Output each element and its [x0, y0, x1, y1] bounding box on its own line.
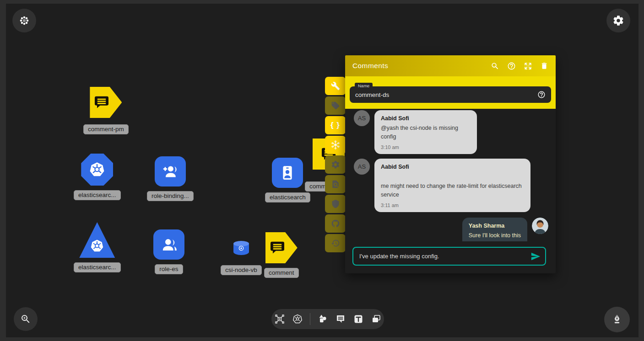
- node-label: comment-pm: [83, 124, 129, 134]
- name-field[interactable]: Name: [350, 86, 551, 103]
- message-bubble: Yash Sharma Sure I'll look into this 3:2…: [462, 218, 527, 242]
- node-action-toolbar: { }: [325, 77, 346, 254]
- pen-tool-button[interactable]: [604, 307, 630, 332]
- shield-icon: [331, 199, 340, 208]
- wrench-tool-button[interactable]: [325, 77, 346, 95]
- chat-input-row: [352, 247, 546, 266]
- braces-tool-button[interactable]: { }: [325, 116, 346, 134]
- github-tool-button[interactable]: [325, 214, 346, 233]
- node-role-es[interactable]: role-es: [153, 229, 184, 274]
- tag-icon: [331, 101, 340, 110]
- add-people-icon: [161, 162, 180, 181]
- node-comment[interactable]: comment: [264, 232, 299, 278]
- node-elasticsearch-config[interactable]: elasticsearc...: [74, 154, 121, 200]
- image-tool-button[interactable]: [371, 314, 382, 325]
- help-icon[interactable]: [507, 62, 516, 70]
- message-time: 3:11 am: [381, 202, 524, 208]
- pen-nib-icon: [611, 313, 623, 326]
- node-label: csi-node-vb: [221, 265, 262, 275]
- speech-bubble-icon: [92, 93, 111, 112]
- send-icon[interactable]: [530, 251, 541, 261]
- message-text: me might need to change the rate-limit f…: [381, 182, 524, 200]
- kubernetes-icon: [238, 245, 244, 251]
- node-label: role-es: [155, 264, 183, 274]
- message: AS Aabid Sofi @yash the csi-node is miss…: [354, 110, 548, 154]
- gear-icon: [612, 15, 624, 27]
- mesh-hub-icon: [330, 140, 341, 150]
- flower-icon: [18, 15, 30, 27]
- image-tool-icon: [371, 314, 382, 325]
- node-comment-pm[interactable]: comment-pm: [83, 87, 129, 134]
- name-field-section: Name: [345, 76, 556, 109]
- file-search-tool-button[interactable]: [325, 175, 346, 193]
- text-tool-button[interactable]: [353, 314, 364, 325]
- message-author: Aabid Sofi: [381, 164, 524, 170]
- text-tool-icon: [353, 314, 364, 325]
- node-label: role-binding...: [147, 191, 194, 201]
- braces-icon: { }: [330, 121, 340, 130]
- design-canvas[interactable]: comment-pm elasticsearc... role-binding.…: [6, 4, 639, 337]
- message-text: @yash the csi-node is missing config: [381, 124, 471, 142]
- speech-bubble-icon: [268, 239, 287, 257]
- node-label: elasticsearch: [265, 192, 310, 202]
- kubernetes-node-shape: [81, 154, 113, 186]
- comments-panel: Comments Name AS Aabid Sofi @yash the cs…: [345, 55, 556, 273]
- field-help-icon[interactable]: [537, 91, 546, 99]
- name-input[interactable]: [355, 91, 537, 98]
- name-field-label: Name: [355, 83, 373, 89]
- avatar: AS: [354, 110, 370, 126]
- shapes-icon: [317, 314, 328, 325]
- role-node-shape: [153, 229, 184, 260]
- message-bubble: Aabid Sofi @yash the csi-node is missing…: [374, 110, 477, 154]
- avatar: AS: [354, 159, 370, 175]
- node-label: comment: [264, 268, 299, 278]
- comment-tool-icon: [335, 314, 346, 325]
- comment-node-shape: [90, 87, 122, 118]
- panel-title: Comments: [352, 62, 491, 70]
- comment-tool-button[interactable]: [335, 314, 346, 325]
- mesh-hub-tool-button[interactable]: [325, 136, 346, 154]
- kubernetes-icon: [89, 238, 105, 254]
- settings-tool-button[interactable]: [325, 155, 346, 174]
- comment-node-shape: [265, 232, 298, 263]
- message: Yash Sharma Sure I'll look into this 3:2…: [354, 218, 548, 242]
- badge-node-shape: [272, 158, 303, 188]
- history-tool-button[interactable]: [325, 234, 346, 252]
- shield-tool-button[interactable]: [325, 195, 346, 213]
- github-icon: [331, 219, 340, 228]
- cylinder-node-shape: [233, 241, 249, 255]
- tag-tool-button[interactable]: [325, 96, 346, 115]
- kubernetes-triangle-shape: [79, 222, 115, 258]
- canvas-tools-toolbar: [271, 309, 384, 329]
- id-badge-icon: [278, 163, 297, 182]
- search-icon[interactable]: [491, 62, 499, 70]
- message-time: 3:10 am: [381, 144, 471, 150]
- components-icon: [274, 314, 285, 325]
- app-menu-button[interactable]: [12, 9, 36, 32]
- node-role-binding[interactable]: role-binding...: [147, 156, 194, 201]
- message-text: Sure I'll look into this: [469, 231, 521, 240]
- people-icon: [159, 235, 179, 254]
- app-window: comment-pm elasticsearc... role-binding.…: [0, 0, 644, 341]
- toolbar-divider: [310, 313, 310, 325]
- message-author: Yash Sharma: [469, 223, 521, 229]
- wrench-icon: [331, 81, 340, 91]
- components-tool-button[interactable]: [274, 314, 285, 325]
- node-csi-node-vb[interactable]: csi-node-vb: [221, 241, 262, 275]
- kubernetes-tool-button[interactable]: [292, 314, 303, 325]
- expand-icon[interactable]: [524, 62, 532, 70]
- zoom-button[interactable]: [14, 307, 38, 331]
- node-elasticsearch-account[interactable]: elasticsearch: [265, 158, 310, 202]
- comments-panel-header[interactable]: Comments: [345, 55, 556, 76]
- kubernetes-icon: [292, 314, 303, 325]
- message-bubble: Aabid Sofi me might need to change the r…: [374, 159, 530, 212]
- message-list[interactable]: AS Aabid Sofi @yash the csi-node is miss…: [345, 107, 556, 241]
- trash-icon[interactable]: [540, 62, 548, 70]
- yash-avatar: [532, 218, 548, 234]
- settings-button[interactable]: [606, 9, 630, 32]
- shapes-tool-button[interactable]: [317, 314, 328, 325]
- zoom-in-icon: [20, 314, 31, 325]
- chat-input[interactable]: [359, 253, 530, 260]
- node-elasticsearch-volume[interactable]: elasticsearc...: [74, 222, 121, 272]
- gear-icon: [331, 160, 340, 169]
